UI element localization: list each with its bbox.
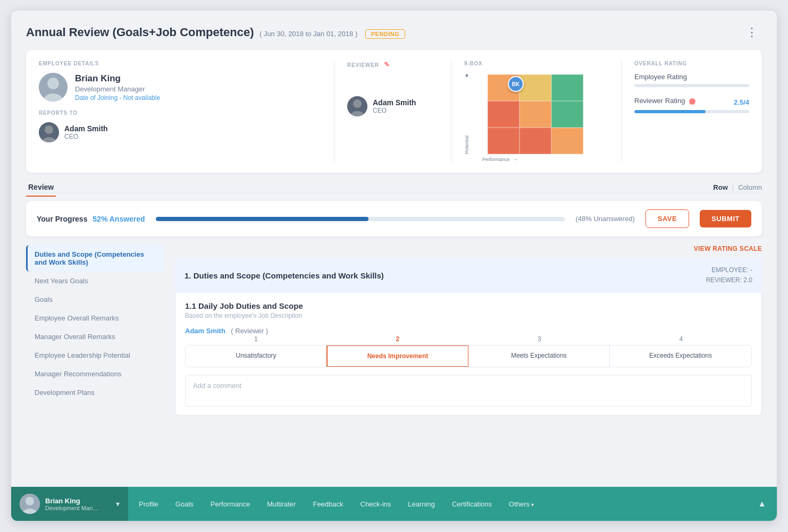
scale-cell-unsatisfactory[interactable]: Unsatisfactory	[186, 345, 327, 367]
nav-link-certifications[interactable]: Certifications	[452, 500, 492, 508]
reviewer-rating-label-row: Reviewer Rating 2.5/4	[634, 97, 749, 108]
tabs-list: Review	[26, 182, 69, 192]
nb-cell-2-1	[488, 101, 519, 128]
status-badge: PENDING	[365, 29, 406, 39]
view-rating-scale-link[interactable]: VIEW RATING SCALE	[175, 245, 762, 252]
reviewer-rating-fill	[634, 110, 706, 113]
reviewer-score: REVIEWER: 2.0	[706, 275, 752, 285]
svg-point-1	[47, 78, 59, 89]
overall-rating-label: OVERALL RATING	[634, 61, 749, 66]
employee-info-text: Brian King Development Manager Date of J…	[75, 73, 160, 102]
comment-input[interactable]: Add a comment	[185, 375, 752, 407]
nb-cell-2-3	[551, 101, 583, 128]
ninebox-marker: BK	[508, 76, 524, 92]
reviewer-section: REVIEWER ✎ Adam Smith CEO	[334, 61, 451, 162]
comment-placeholder: Add a comment	[193, 382, 241, 390]
reviewer-rating-value: 2.5/4	[734, 98, 749, 106]
progress-label: Your Progress 52% Answered	[37, 215, 145, 223]
save-button[interactable]: SAVE	[646, 209, 689, 228]
reviewer-rating-bar	[634, 110, 749, 113]
reviewer-item: Adam Smith CEO	[347, 96, 438, 116]
scale-cell-exceeds-expectations[interactable]: Exceeds Expectations	[610, 345, 751, 367]
nb-cell-3-3	[551, 128, 583, 154]
view-toggle: Row | Column	[713, 183, 762, 191]
reports-to-role: CEO	[64, 133, 108, 140]
nav-link-feedback[interactable]: Feedback	[313, 500, 343, 508]
nav-link-performance[interactable]: Performance	[211, 500, 250, 508]
employee-join-date[interactable]: Date of Joining - Not available	[75, 94, 160, 102]
nav-links: Profile Goals Performance Multirater Fee…	[128, 500, 758, 508]
section-header: 1. Duties and Scope (Competencies and Wo…	[175, 258, 762, 293]
reviewer-info-row: Adam Smith ( Reviewer )	[185, 326, 752, 335]
more-options-button[interactable]: ⋮	[742, 23, 762, 41]
scale-cell-needs-improvement[interactable]: Needs Improvement	[326, 345, 469, 367]
scale-num-4: 4	[610, 335, 752, 343]
nb-cell-2-2	[519, 101, 551, 128]
employee-rating-label: Employee Rating	[634, 73, 749, 81]
sidebar-item-employee-remarks[interactable]: Employee Overall Remarks	[26, 309, 164, 327]
subsection: 1.1 Daily Job Duties and Scope Based on …	[175, 293, 762, 416]
employee-name: Brian King	[75, 73, 160, 84]
nb-cell-3-1	[488, 128, 519, 154]
section-header-title: 1. Duties and Scope (Competencies and Wo…	[185, 271, 384, 280]
progress-answered-pct: 52% Answered	[93, 215, 145, 223]
nav-link-goals[interactable]: Goals	[175, 500, 194, 508]
sidebar-item-leadership[interactable]: Employee Leadership Potential	[26, 346, 164, 365]
bottom-nav-user-name: Brian King	[45, 497, 111, 505]
reviewer-display-role: ( Reviewer )	[231, 327, 268, 335]
scale-cells-row: Unsatisfactory Needs Improvement Meets E…	[185, 345, 752, 367]
reports-to-item: Adam Smith CEO	[39, 122, 321, 142]
scale-cell-meets-expectations[interactable]: Meets Expectations	[468, 345, 610, 367]
ninebox-section: 9-BOX ▲ Potential	[451, 61, 622, 162]
progress-bar-fill	[156, 217, 368, 221]
page-title: Annual Review (Goals+Job Competence)	[26, 26, 254, 39]
progress-bar-bg	[156, 217, 565, 221]
sidebar-item-duties[interactable]: Duties and Scope (Competencies and Work …	[26, 245, 164, 272]
nav-arrow-up[interactable]: ▲	[758, 499, 777, 509]
y-axis-label: Potential	[464, 79, 470, 154]
unanswered-pct: (48% Unanswered)	[575, 215, 634, 223]
nb-cell-1-3	[551, 74, 583, 101]
bottom-nav-user-chevron[interactable]: ▾	[116, 500, 120, 508]
svg-point-4	[45, 125, 53, 134]
ninebox-chart: ▲ Potential	[464, 72, 608, 162]
sidebar-item-goals[interactable]: Goals	[26, 290, 164, 309]
view-row[interactable]: Row	[713, 183, 727, 191]
reviewer-label: REVIEWER ✎	[347, 61, 438, 69]
reports-to-info: Adam Smith CEO	[64, 124, 108, 140]
progress-bar-wrap	[156, 217, 565, 221]
nav-link-profile[interactable]: Profile	[139, 500, 158, 508]
y-axis: ▲ Potential	[464, 72, 470, 154]
bottom-nav: Brian King Development Man... ▾ Profile …	[11, 487, 777, 521]
reports-to-label: REPORTS TO	[39, 110, 321, 116]
sidebar-item-recommendations[interactable]: Manager Recommendations	[26, 365, 164, 383]
title-area: Annual Review (Goals+Job Competence) ( J…	[26, 26, 405, 39]
sidebar-item-manager-remarks[interactable]: Manager Overall Remarks	[26, 327, 164, 346]
reviewer-display-name: Adam Smith	[185, 327, 225, 335]
reviewer-name: Adam Smith	[373, 98, 416, 107]
x-axis: Performance →	[482, 156, 608, 162]
scale-num-1: 1	[185, 335, 327, 343]
tabs-row: Review Row | Column	[26, 182, 762, 192]
bottom-nav-avatar	[20, 494, 40, 514]
sidebar-item-next-goals[interactable]: Next Years Goals	[26, 272, 164, 290]
subsection-desc: Based on the employee's Job Description	[185, 312, 752, 319]
submit-button[interactable]: SUBMIT	[700, 210, 751, 227]
scale-num-2: 2	[327, 335, 469, 343]
reviewer-info: Adam Smith CEO	[373, 98, 416, 114]
nb-cell-3-2	[519, 128, 551, 154]
nav-link-learning[interactable]: Learning	[408, 500, 435, 508]
reports-to-avatar	[39, 122, 59, 142]
nav-link-multirater[interactable]: Multirater	[267, 500, 296, 508]
employee-details-label: EMPLOYEE DETAILS	[39, 61, 321, 66]
sidebar-item-development[interactable]: Development Plans	[26, 383, 164, 402]
page-header: Annual Review (Goals+Job Competence) ( J…	[26, 23, 762, 41]
review-layout: Duties and Scope (Competencies and Work …	[26, 245, 762, 416]
review-content: VIEW RATING SCALE 1. Duties and Scope (C…	[164, 245, 762, 416]
nav-link-others[interactable]: Others	[509, 500, 534, 508]
view-column[interactable]: Column	[738, 183, 762, 191]
nav-link-checkins[interactable]: Check-ins	[361, 500, 391, 508]
svg-point-10	[26, 497, 34, 505]
sidebar-nav: Duties and Scope (Competencies and Work …	[26, 245, 164, 416]
tab-review[interactable]: Review	[26, 179, 56, 197]
